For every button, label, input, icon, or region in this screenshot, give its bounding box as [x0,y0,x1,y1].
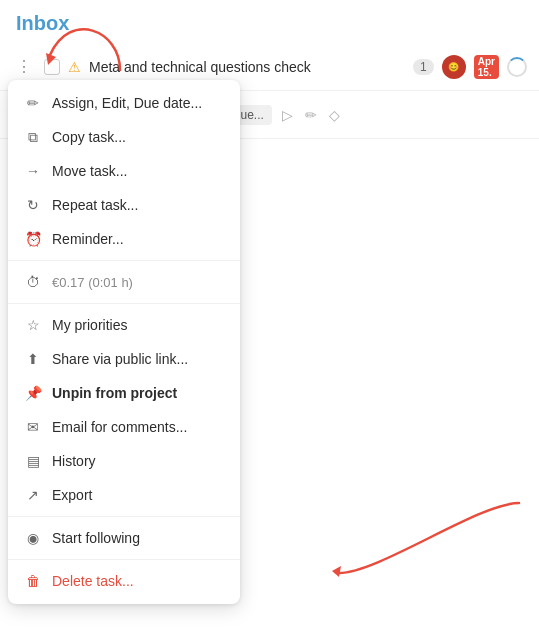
divider4 [8,559,240,560]
menu-item-history[interactable]: ▤History [8,444,240,478]
tag-icon[interactable]: ◇ [327,105,342,125]
priorities-icon: ☆ [24,316,42,334]
menu-item-assign[interactable]: ✏Assign, Edit, Due date... [8,86,240,120]
menu-item-share[interactable]: ⬆Share via public link... [8,342,240,376]
priorities-label: My priorities [52,317,127,333]
history-label: History [52,453,96,469]
divider2 [8,303,240,304]
copy-label: Copy task... [52,129,126,145]
email-label: Email for comments... [52,419,187,435]
assign-label: Assign, Edit, Due date... [52,95,202,111]
menu-item-time[interactable]: ⏱€0.17 (0:01 h) [8,265,240,299]
unpin-icon: 📌 [24,384,42,402]
date-badge-1: Apr15. [474,55,499,79]
menu-item-delete[interactable]: 🗑Delete task... [8,564,240,598]
menu-item-copy[interactable]: ⧉Copy task... [8,120,240,154]
repeat-label: Repeat task... [52,197,138,213]
time-label: €0.17 (0:01 h) [52,275,133,290]
assign-icon: ✏ [24,94,42,112]
history-icon: ▤ [24,452,42,470]
arrow-top [40,0,160,80]
menu-item-repeat[interactable]: ↻Repeat task... [8,188,240,222]
edit-icon[interactable]: ✏ [303,105,319,125]
avatar-1: 😊 [442,55,466,79]
share-label: Share via public link... [52,351,188,367]
unpin-label: Unpin from project [52,385,177,401]
menu-item-export[interactable]: ↗Export [8,478,240,512]
export-label: Export [52,487,92,503]
divider1 [8,260,240,261]
menu-item-move[interactable]: →Move task... [8,154,240,188]
menu-item-follow[interactable]: ◉Start following [8,521,240,555]
play-icon[interactable]: ▷ [280,105,295,125]
follow-icon: ◉ [24,529,42,547]
arrow-bottom [329,493,529,593]
delete-icon: 🗑 [24,572,42,590]
menu-item-priorities[interactable]: ☆My priorities [8,308,240,342]
repeat-icon: ↻ [24,196,42,214]
menu-item-reminder[interactable]: ⏰Reminder... [8,222,240,256]
divider3 [8,516,240,517]
move-icon: → [24,162,42,180]
reminder-icon: ⏰ [24,230,42,248]
copy-icon: ⧉ [24,128,42,146]
row-dots-menu[interactable]: ⋮ [12,57,36,76]
move-label: Move task... [52,163,127,179]
menu-item-email[interactable]: ✉Email for comments... [8,410,240,444]
reminder-label: Reminder... [52,231,124,247]
context-menu: ✏Assign, Edit, Due date...⧉Copy task...→… [8,80,240,604]
time-icon: ⏱ [24,273,42,291]
task-badge-1: 1 [413,59,434,75]
share-icon: ⬆ [24,350,42,368]
delete-label: Delete task... [52,573,134,589]
svg-marker-1 [332,566,341,577]
email-icon: ✉ [24,418,42,436]
follow-label: Start following [52,530,140,546]
spinner-icon-1 [507,57,527,77]
export-icon: ↗ [24,486,42,504]
menu-item-unpin[interactable]: 📌Unpin from project [8,376,240,410]
